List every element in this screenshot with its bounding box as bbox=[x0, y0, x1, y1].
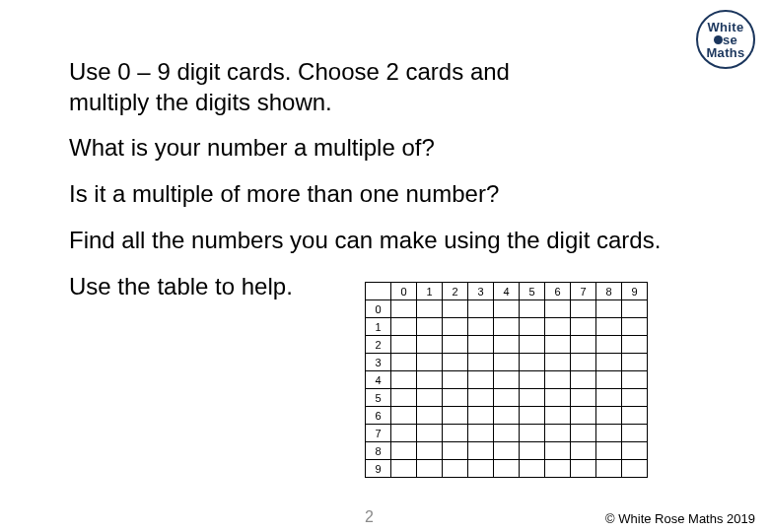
grid-cell bbox=[417, 336, 443, 354]
grid-cell bbox=[391, 460, 417, 478]
grid-cell bbox=[545, 300, 571, 318]
logo-line-2: se bbox=[714, 33, 737, 46]
grid-cell bbox=[545, 442, 571, 460]
grid-cell bbox=[443, 371, 468, 389]
table-row: 1 bbox=[366, 318, 648, 336]
grid-cell bbox=[468, 407, 494, 425]
row-header: 1 bbox=[366, 318, 391, 336]
grid-cell bbox=[596, 371, 622, 389]
grid-cell bbox=[520, 407, 545, 425]
grid-cell bbox=[417, 371, 443, 389]
grid-cell bbox=[622, 460, 648, 478]
grid-cell bbox=[571, 442, 596, 460]
grid-cell bbox=[494, 407, 520, 425]
grid-cell bbox=[417, 407, 443, 425]
grid-cell bbox=[391, 318, 417, 336]
brand-logo: White se Maths bbox=[696, 10, 755, 69]
grid-cell bbox=[391, 425, 417, 442]
question-paragraph-2: Is it a multiple of more than one number… bbox=[69, 179, 700, 210]
grid-cell bbox=[468, 336, 494, 354]
grid-cell bbox=[571, 425, 596, 442]
grid-cell bbox=[596, 389, 622, 407]
grid-cell bbox=[417, 300, 443, 318]
grid-cell bbox=[520, 389, 545, 407]
grid-cell bbox=[443, 442, 468, 460]
row-header: 3 bbox=[366, 354, 391, 371]
grid-cell bbox=[391, 300, 417, 318]
grid-cell bbox=[443, 300, 468, 318]
grid-cell bbox=[545, 460, 571, 478]
table-row: 7 bbox=[366, 425, 648, 442]
row-header: 0 bbox=[366, 300, 391, 318]
grid-cell bbox=[622, 442, 648, 460]
grid-cell bbox=[494, 425, 520, 442]
multiplication-grid-container: 0 1 2 3 4 5 6 7 8 9 0 1 2 3 4 5 6 7 8 9 bbox=[365, 282, 648, 478]
grid-cell bbox=[443, 354, 468, 371]
col-header: 8 bbox=[596, 283, 622, 300]
grid-cell bbox=[443, 460, 468, 478]
row-header: 6 bbox=[366, 407, 391, 425]
grid-cell bbox=[494, 354, 520, 371]
grid-cell bbox=[622, 389, 648, 407]
question-paragraph-1: What is your number a multiple of? bbox=[69, 133, 700, 164]
grid-cell bbox=[494, 300, 520, 318]
grid-cell bbox=[417, 460, 443, 478]
grid-cell bbox=[622, 336, 648, 354]
grid-cell bbox=[596, 407, 622, 425]
table-row: 5 bbox=[366, 389, 648, 407]
col-header: 6 bbox=[545, 283, 571, 300]
grid-cell bbox=[622, 354, 648, 371]
grid-cell bbox=[391, 407, 417, 425]
row-header: 5 bbox=[366, 389, 391, 407]
table-row: 9 bbox=[366, 460, 648, 478]
grid-cell bbox=[468, 425, 494, 442]
table-row: 3 bbox=[366, 354, 648, 371]
grid-corner-cell bbox=[366, 283, 391, 300]
grid-cell bbox=[520, 300, 545, 318]
grid-cell bbox=[468, 371, 494, 389]
row-header: 8 bbox=[366, 442, 391, 460]
grid-cell bbox=[468, 460, 494, 478]
page-number: 2 bbox=[365, 508, 374, 526]
grid-cell bbox=[443, 389, 468, 407]
grid-cell bbox=[494, 371, 520, 389]
grid-cell bbox=[391, 354, 417, 371]
grid-cell bbox=[417, 442, 443, 460]
grid-cell bbox=[520, 318, 545, 336]
grid-cell bbox=[545, 425, 571, 442]
grid-cell bbox=[520, 371, 545, 389]
table-row: 4 bbox=[366, 371, 648, 389]
grid-cell bbox=[622, 407, 648, 425]
copyright-text: © White Rose Maths 2019 bbox=[605, 511, 755, 526]
grid-cell bbox=[468, 389, 494, 407]
col-header: 7 bbox=[571, 283, 596, 300]
col-header: 1 bbox=[417, 283, 443, 300]
instruction-paragraph-2: Find all the numbers you can make using … bbox=[69, 226, 680, 256]
table-row: 8 bbox=[366, 442, 648, 460]
col-header: 4 bbox=[494, 283, 520, 300]
multiplication-grid: 0 1 2 3 4 5 6 7 8 9 0 1 2 3 4 5 6 7 8 9 bbox=[365, 282, 648, 478]
grid-cell bbox=[596, 442, 622, 460]
grid-cell bbox=[391, 336, 417, 354]
grid-cell bbox=[596, 336, 622, 354]
grid-cell bbox=[494, 442, 520, 460]
grid-cell bbox=[494, 336, 520, 354]
content-area: Use 0 – 9 digit cards. Choose 2 cards an… bbox=[69, 57, 700, 317]
col-header: 0 bbox=[391, 283, 417, 300]
table-row: 6 bbox=[366, 407, 648, 425]
grid-cell bbox=[571, 336, 596, 354]
grid-cell bbox=[391, 371, 417, 389]
grid-cell bbox=[596, 318, 622, 336]
grid-cell bbox=[443, 425, 468, 442]
row-header: 7 bbox=[366, 425, 391, 442]
grid-cell bbox=[545, 407, 571, 425]
grid-cell bbox=[417, 354, 443, 371]
grid-cell bbox=[545, 318, 571, 336]
col-header: 3 bbox=[468, 283, 494, 300]
grid-cell bbox=[571, 407, 596, 425]
grid-cell bbox=[571, 371, 596, 389]
grid-cell bbox=[468, 318, 494, 336]
grid-cell bbox=[596, 300, 622, 318]
grid-cell bbox=[596, 425, 622, 442]
grid-cell bbox=[571, 300, 596, 318]
